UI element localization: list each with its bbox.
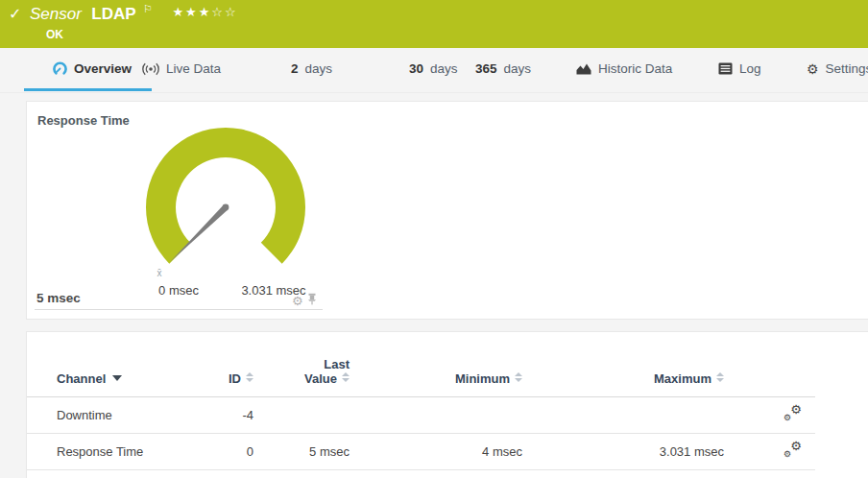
gauge-needle-hub [223, 204, 229, 211]
panel-title: Response Time [37, 113, 130, 128]
tab-365-days[interactable]: 365 days [475, 61, 531, 76]
status-badge: OK [46, 28, 63, 41]
table-row-response-time: Response Time 0 5 msec 4 msec 3.031 msec… [27, 434, 815, 470]
tab-label: Historic Data [598, 61, 672, 76]
cell-channel[interactable]: Response Time [27, 434, 201, 470]
tab-overview[interactable]: Overview [53, 61, 132, 76]
tab-number: 2 [291, 61, 299, 76]
column-header-last-value[interactable]: Last Value [253, 351, 350, 397]
tab-log[interactable]: Log [718, 61, 761, 76]
cell-maximum: 3.031 msec [522, 434, 724, 470]
cell-id: -4 [201, 397, 253, 434]
column-label: Last [253, 357, 350, 371]
tab-label: Live Data [166, 61, 221, 76]
column-header-channel[interactable]: Channel [27, 351, 201, 397]
gauge-average-marker: x̄ [157, 268, 162, 278]
chart-icon [576, 62, 591, 75]
sort-icon [246, 372, 253, 382]
sensor-title: Sensor LDAP ⚐ ★★★☆☆ [30, 3, 238, 24]
tab-label: Log [739, 61, 761, 76]
cell-last-value: 5 msec [253, 434, 350, 470]
table-row-downtime: Downtime -4 ⚙⚙ [27, 397, 815, 434]
sensor-name: LDAP [91, 5, 135, 23]
gauge-arc [146, 128, 305, 264]
tab-label: days [504, 61, 532, 76]
tab-30-days[interactable]: 30 days [409, 61, 458, 76]
pin-icon[interactable] [307, 292, 317, 309]
channel-settings-gears-icon[interactable]: ⚙⚙ [784, 442, 802, 458]
active-tab-underline [24, 88, 152, 91]
column-label: Minimum [455, 371, 510, 386]
channel-table: Channel ID Last Value Minimum Maximum [27, 351, 815, 470]
tab-historic-data[interactable]: Historic Data [576, 61, 672, 76]
tab-number: 30 [409, 61, 423, 76]
cell-channel-settings: ⚙⚙ [724, 434, 815, 470]
tab-label: Settings [826, 61, 868, 76]
gauge-min-label: 0 msec [158, 283, 199, 298]
cell-id: 0 [201, 434, 253, 470]
cell-channel-settings: ⚙⚙ [724, 397, 815, 434]
column-header-minimum[interactable]: Minimum [350, 351, 522, 397]
column-label: Value [304, 371, 337, 386]
channel-settings-gears-icon[interactable]: ⚙⚙ [784, 406, 802, 421]
cell-channel[interactable]: Downtime [27, 397, 201, 434]
column-label: Maximum [654, 371, 711, 386]
gear-icon: ⚙ [807, 62, 819, 76]
cell-maximum [522, 397, 724, 434]
channel-table-panel: Channel ID Last Value Minimum Maximum [26, 331, 868, 478]
tab-live-data[interactable]: Live Data [142, 61, 221, 76]
column-header-id[interactable]: ID [201, 351, 253, 397]
sensor-type-label: Sensor [30, 5, 82, 23]
column-label: ID [229, 371, 241, 386]
sensor-header: ✓ Sensor LDAP ⚐ ★★★☆☆ OK [0, 0, 868, 48]
tab-settings[interactable]: ⚙ Settings [807, 61, 868, 76]
gauge-cell-divider [35, 309, 323, 310]
response-time-panel: Response Time x̄ 0 msec 3.031 msec 5 mse… [26, 101, 868, 320]
cell-last-value [253, 397, 350, 434]
sort-icon [342, 372, 350, 382]
status-check-icon: ✓ [9, 5, 21, 23]
cell-minimum: 4 msec [350, 434, 522, 470]
tab-2-days[interactable]: 2 days [291, 61, 332, 76]
gauge-icon [53, 61, 67, 76]
log-icon [718, 62, 733, 75]
column-header-settings [724, 351, 815, 397]
priority-stars[interactable]: ★★★☆☆ [172, 5, 237, 19]
column-header-maximum[interactable]: Maximum [522, 351, 724, 397]
tab-number: 365 [475, 61, 497, 76]
gauge-settings-gear-icon[interactable]: ⚙ [292, 295, 303, 307]
tab-label: Overview [74, 61, 132, 76]
cell-minimum [350, 397, 522, 434]
tab-label: days [430, 61, 458, 76]
gauge-current-value: 5 msec [36, 291, 81, 305]
sort-icon [716, 372, 724, 382]
sort-icon [515, 372, 522, 382]
gauge-footer-icons: ⚙ [292, 292, 317, 309]
live-data-icon [142, 62, 159, 76]
column-label: Channel [57, 371, 106, 386]
sort-desc-icon [112, 375, 122, 381]
response-time-gauge: x̄ 0 msec 3.031 msec [125, 113, 346, 305]
page-content: Response Time x̄ 0 msec 3.031 msec 5 mse… [0, 93, 868, 478]
flag-icon[interactable]: ⚐ [143, 3, 153, 15]
table-header-row: Channel ID Last Value Minimum Maximum [27, 351, 815, 397]
tab-label: days [305, 61, 333, 76]
tab-bar: Overview Live Data 2 days 30 days 365 da… [0, 48, 868, 93]
